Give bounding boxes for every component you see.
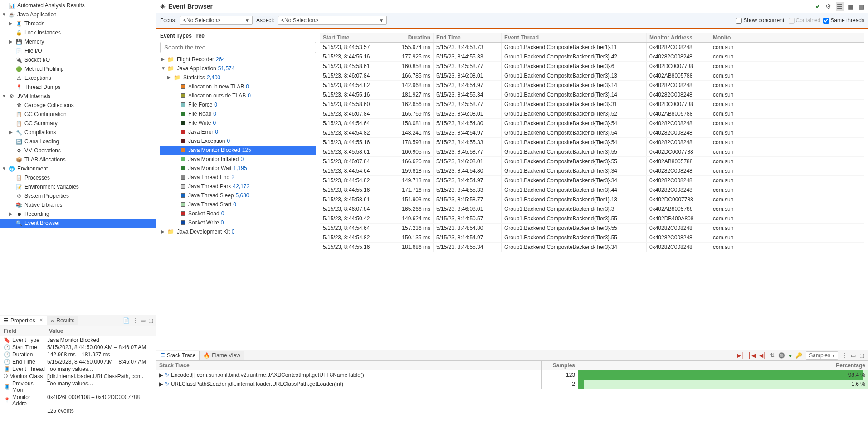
- nav-item[interactable]: 🔌Socket I/O: [0, 55, 156, 64]
- tab-properties[interactable]: ☰ Properties ✕: [0, 316, 47, 325]
- property-row[interactable]: 🔖Event TypeJava Monitor Blocked: [0, 336, 156, 344]
- nav-item[interactable]: 📝Environment Variables: [0, 182, 156, 191]
- event-row[interactable]: 5/15/23, 8:44:55.16178.593 ms5/15/23, 8:…: [320, 138, 864, 147]
- tab-results[interactable]: ∞ Results: [47, 316, 79, 325]
- event-type-item[interactable]: Allocation outside TLAB0: [160, 91, 316, 100]
- event-type-item[interactable]: Java Thread Start0: [160, 200, 316, 209]
- tab-stack-trace[interactable]: ☰ Stack Trace: [156, 351, 200, 360]
- event-row[interactable]: 5/15/23, 8:45:58.61160.858 ms5/15/23, 8:…: [320, 62, 864, 71]
- property-row[interactable]: 🕐Start Time5/15/2023, 8:44:50.000 AM – 8…: [0, 344, 156, 351]
- event-type-item[interactable]: File Read0: [160, 109, 316, 118]
- event-row[interactable]: 5/15/23, 8:44:54.64158.081 ms5/15/23, 8:…: [320, 119, 864, 128]
- nav-item[interactable]: ▶🔧Compilations: [0, 128, 156, 137]
- close-icon[interactable]: ✕: [39, 317, 43, 323]
- event-type-item[interactable]: Allocation in new TLAB0: [160, 82, 316, 91]
- nav-item[interactable]: 📍Thread Dumps: [0, 83, 156, 92]
- stack-trace-row[interactable]: ▶ ↻ Encoded[] com.sun.xml.bind.v2.runtim…: [156, 370, 868, 380]
- event-row[interactable]: 5/15/23, 8:44:54.82150.135 ms5/15/23, 8:…: [320, 233, 864, 243]
- event-row[interactable]: 5/15/23, 8:46:07.84165.769 ms5/15/23, 8:…: [320, 109, 864, 119]
- event-row[interactable]: 5/15/23, 8:44:55.16181.927 ms5/15/23, 8:…: [320, 90, 864, 100]
- nav-next-icon[interactable]: │◀: [748, 352, 756, 359]
- nav-item[interactable]: ⚙VM Operations: [0, 146, 156, 155]
- nav-item[interactable]: 📋GC Summary: [0, 119, 156, 128]
- check-icon[interactable]: ✔: [815, 3, 821, 10]
- nav-item[interactable]: ⚙System Properties: [0, 191, 156, 200]
- nav-item[interactable]: ▼⚙JVM Internals: [0, 92, 156, 101]
- event-type-item[interactable]: ▶📁Java Development Kit0: [160, 227, 316, 236]
- property-row[interactable]: 125 events: [0, 407, 156, 414]
- event-row[interactable]: 5/15/23, 8:44:53.57155.974 ms5/15/23, 8:…: [320, 43, 864, 52]
- event-row[interactable]: 5/15/23, 8:44:54.82142.968 ms5/15/23, 8:…: [320, 81, 864, 90]
- event-row[interactable]: 5/15/23, 8:44:55.16177.925 ms5/15/23, 8:…: [320, 52, 864, 62]
- minimize-icon[interactable]: ▭: [851, 352, 856, 359]
- event-row[interactable]: 5/15/23, 8:44:54.64159.818 ms5/15/23, 8:…: [320, 166, 864, 176]
- event-row[interactable]: 5/15/23, 8:44:54.82148.241 ms5/15/23, 8:…: [320, 128, 864, 138]
- event-type-item[interactable]: Java Monitor Inflated0: [160, 155, 316, 164]
- nav-item[interactable]: 📚Native Libraries: [0, 200, 156, 209]
- property-row[interactable]: 📍Monitor Addre0x4026E0004108 – 0x402DC00…: [0, 394, 156, 407]
- event-row[interactable]: 5/15/23, 8:44:50.42149.624 ms5/15/23, 8:…: [320, 214, 864, 224]
- view-list-icon[interactable]: ☰: [836, 2, 844, 11]
- maximize-icon[interactable]: ▢: [859, 352, 864, 359]
- nav-item[interactable]: ▶🧵Threads: [0, 19, 156, 28]
- event-type-item[interactable]: Socket Write0: [160, 218, 316, 227]
- filter1-icon[interactable]: 🔘: [778, 352, 785, 359]
- event-row[interactable]: 5/15/23, 8:44:55.16181.686 ms5/15/23, 8:…: [320, 243, 864, 252]
- settings-icon[interactable]: ⚙: [825, 3, 831, 10]
- same-threads-check[interactable]: Same threads: [823, 17, 864, 24]
- tree-icon[interactable]: ⇅: [770, 352, 775, 359]
- event-row[interactable]: 5/15/23, 8:46:07.84166.785 ms5/15/23, 8:…: [320, 71, 864, 81]
- property-row[interactable]: 🕐Duration142.968 ms – 181.927 ms: [0, 351, 156, 358]
- nav-item[interactable]: ▼☕Java Application: [0, 10, 156, 19]
- event-row[interactable]: 5/15/23, 8:45:58.61160.905 ms5/15/23, 8:…: [320, 147, 864, 157]
- nav-item[interactable]: 📋Processes: [0, 173, 156, 182]
- aspect-select[interactable]: <No Selection>▼: [278, 16, 387, 25]
- menu-icon[interactable]: ⋮: [842, 352, 847, 359]
- search-input[interactable]: [160, 42, 316, 53]
- new-icon[interactable]: 📄: [123, 317, 130, 324]
- menu-icon[interactable]: ⋮: [132, 317, 138, 324]
- nav-item[interactable]: 📦TLAB Allocations: [0, 155, 156, 164]
- event-type-item[interactable]: Socket Read0: [160, 209, 316, 218]
- event-type-item[interactable]: Java Monitor Blocked125: [160, 146, 316, 155]
- event-row[interactable]: 5/15/23, 8:45:58.61151.903 ms5/15/23, 8:…: [320, 195, 864, 204]
- event-row[interactable]: 5/15/23, 8:44:54.82149.713 ms5/15/23, 8:…: [320, 176, 864, 185]
- property-row[interactable]: 🕐End Time5/15/2023, 8:44:50.000 AM – 8:4…: [0, 358, 156, 365]
- event-row[interactable]: 5/15/23, 8:45:58.60162.656 ms5/15/23, 8:…: [320, 100, 864, 109]
- nav-item[interactable]: 🔒Lock Instances: [0, 28, 156, 37]
- contained-check[interactable]: Contained: [789, 17, 821, 24]
- minimize-icon[interactable]: ▭: [141, 317, 146, 324]
- nav-item[interactable]: ⚠Exceptions: [0, 73, 156, 83]
- nav-item[interactable]: ▶⏺Recording: [0, 209, 156, 219]
- nav-item[interactable]: 🔍Event Browser: [0, 219, 156, 228]
- view-column-icon[interactable]: ▤: [858, 3, 864, 10]
- view-grid-icon[interactable]: ▦: [848, 3, 854, 10]
- nav-item[interactable]: 🔄Class Loading: [0, 137, 156, 146]
- event-row[interactable]: 5/15/23, 8:44:54.64157.236 ms5/15/23, 8:…: [320, 224, 864, 233]
- event-type-item[interactable]: Java Monitor Wait1,195: [160, 164, 316, 173]
- event-type-item[interactable]: File Force0: [160, 100, 316, 109]
- nav-end-icon[interactable]: ◀│: [759, 352, 767, 359]
- property-row[interactable]: 🧵Event ThreadToo many values…: [0, 365, 156, 373]
- tab-flame-view[interactable]: 🔥 Flame View: [200, 351, 244, 360]
- nav-item[interactable]: 📋GC Configuration: [0, 110, 156, 119]
- show-concurrent-check[interactable]: Show concurrent:: [736, 17, 785, 24]
- event-row[interactable]: 5/15/23, 8:44:55.16171.716 ms5/15/23, 8:…: [320, 185, 864, 195]
- nav-item[interactable]: 🗑Garbage Collections: [0, 101, 156, 110]
- event-type-item[interactable]: File Write0: [160, 118, 316, 127]
- nav-back-icon[interactable]: ▶│: [737, 352, 745, 359]
- stack-trace-row[interactable]: ▶ ↻ URLClassPath$Loader jdk.internal.loa…: [156, 380, 868, 389]
- expand-icon[interactable]: ▶: [159, 372, 163, 378]
- event-type-item[interactable]: Java Thread Park42,172: [160, 182, 316, 191]
- filter2-icon[interactable]: ●: [789, 352, 792, 359]
- maximize-icon[interactable]: ▢: [148, 317, 153, 324]
- property-row[interactable]: ©Monitor Class[jdk.internal.loader.URLCl…: [0, 373, 156, 380]
- filter3-icon[interactable]: 🔑: [795, 352, 802, 359]
- property-row[interactable]: 🧵Previous MonToo many values…: [0, 380, 156, 394]
- nav-item[interactable]: ▶💾Memory: [0, 37, 156, 46]
- event-type-item[interactable]: Java Thread End2: [160, 173, 316, 182]
- nav-item[interactable]: 🟢Method Profiling: [0, 64, 156, 73]
- nav-item[interactable]: 📊Automated Analysis Results: [0, 1, 156, 10]
- event-type-item[interactable]: Java Error0: [160, 127, 316, 136]
- event-row[interactable]: 5/15/23, 8:46:07.84165.266 ms5/15/23, 8:…: [320, 204, 864, 214]
